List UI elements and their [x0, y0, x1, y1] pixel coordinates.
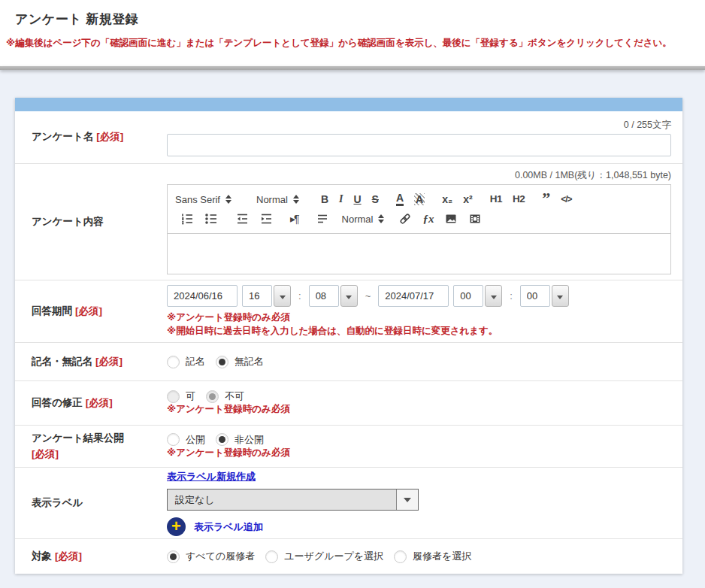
code-block-button[interactable]: </> — [561, 195, 571, 204]
content-size-counter: 0.00MB / 1MB(残り：1,048,551 byte) — [167, 169, 671, 182]
required-badge: [必須] — [55, 550, 82, 562]
h1-button[interactable]: H1 — [490, 194, 502, 205]
radio-results-private[interactable]: 非公開 — [216, 433, 264, 447]
updown-arrows-icon — [225, 195, 231, 204]
required-badge: [必須] — [86, 397, 113, 408]
start-hour-input[interactable] — [242, 285, 272, 307]
radio-modification-allowed[interactable]: 可 — [167, 389, 195, 403]
row-response-period: 回答期間[必須] : ~ — [15, 280, 682, 342]
font-select[interactable]: Sans Serif — [175, 194, 235, 205]
chevron-down-icon — [557, 296, 563, 299]
end-minute-combo — [520, 285, 569, 307]
underline-button[interactable]: U — [353, 194, 361, 205]
range-tilde: ~ — [365, 290, 371, 302]
radio-circle — [167, 550, 180, 563]
updown-arrows-icon — [378, 214, 384, 223]
radio-select-user-group[interactable]: ユーザグループを選択 — [265, 550, 383, 563]
radio-circle — [265, 550, 278, 563]
edit-notice: ※編集後はページ下の「確認画面に進む」または「テンプレートとして登録」から確認画… — [6, 37, 705, 50]
row-survey-name: アンケート名[必須] 0 / 255文字 — [15, 111, 682, 163]
radio-circle — [394, 550, 407, 563]
publication-required-note: ※アンケート登録時のみ必須 — [167, 447, 671, 460]
header-divider — [0, 66, 705, 70]
text-direction-icon[interactable]: ▸¶ — [290, 214, 298, 224]
page-title: アンケート 新規登録 — [0, 0, 705, 28]
period-required-note: ※アンケート登録時のみ必須 — [167, 311, 671, 325]
required-badge: [必須] — [75, 305, 102, 317]
header-select[interactable]: Normal — [256, 194, 299, 205]
display-label-select[interactable]: 設定なし — [167, 489, 419, 511]
text-color-button[interactable]: A — [396, 192, 404, 206]
modification-required-note: ※アンケート登録時のみ必須 — [167, 403, 671, 417]
start-minute-dropdown-button[interactable] — [340, 285, 358, 307]
strikethrough-button[interactable]: S — [372, 194, 379, 205]
response-period-label: 回答期間[必須] — [15, 304, 167, 320]
editor-content-area[interactable] — [167, 234, 671, 274]
align-icon[interactable] — [316, 212, 329, 226]
survey-form-panel: アンケート名[必須] 0 / 255文字 アンケート内容 0.00MB / 1M… — [15, 98, 682, 574]
name-char-counter: 0 / 255文字 — [167, 119, 671, 132]
chevron-down-icon — [396, 489, 418, 510]
target-label: 対象[必須] — [15, 549, 167, 565]
plus-icon: + — [167, 517, 186, 536]
outdent-icon[interactable] — [235, 212, 249, 226]
radio-results-public[interactable]: 公開 — [167, 433, 205, 447]
editor-toolbar: Sans Serif Normal B I U S A A x₂ — [167, 184, 671, 234]
radio-modification-not-allowed[interactable]: 不可 — [206, 389, 244, 403]
add-display-label-button[interactable]: + 表示ラベル追加 — [167, 517, 671, 536]
radio-all-students[interactable]: すべての履修者 — [167, 550, 255, 563]
row-answer-modification: 回答の修正[必須] 可 不可 ※アンケート登録時のみ必須 — [15, 380, 682, 425]
image-icon[interactable] — [444, 212, 458, 226]
start-hour-dropdown-button[interactable] — [274, 285, 291, 307]
display-label-label: 表示ラベル — [15, 496, 167, 511]
end-minute-dropdown-button[interactable] — [552, 285, 569, 307]
required-badge: [必須] — [95, 356, 123, 367]
formula-icon[interactable]: ƒx — [422, 214, 434, 225]
end-hour-dropdown-button[interactable] — [485, 285, 502, 307]
end-date-input[interactable] — [378, 285, 449, 307]
video-icon[interactable] — [468, 212, 482, 226]
time-colon: : — [510, 290, 513, 302]
blockquote-button[interactable]: ” — [542, 195, 550, 203]
row-results-publication: アンケート結果公開[必須] 公開 非公開 ※アンケート登録時のみ必須 — [15, 425, 682, 467]
start-hour-combo — [242, 285, 291, 307]
indent-icon[interactable] — [259, 212, 273, 226]
bold-button[interactable]: B — [321, 194, 328, 205]
answer-modification-label: 回答の修正[必須] — [15, 396, 167, 411]
row-survey-content: アンケート内容 0.00MB / 1MB(残り：1,048,551 byte) … — [15, 163, 682, 280]
row-display-label: 表示ラベル 表示ラベル新規作成 設定なし + 表示ラベル追加 — [15, 467, 682, 538]
create-display-label-link[interactable]: 表示ラベル新規作成 — [167, 470, 256, 483]
radio-circle — [167, 356, 180, 368]
row-anonymity: 記名・無記名[必須] 記名 無記名 — [15, 342, 682, 380]
radio-circle — [167, 433, 180, 446]
anonymity-label: 記名・無記名[必須] — [15, 354, 167, 370]
survey-name-input[interactable] — [167, 134, 671, 156]
radio-circle — [206, 390, 219, 403]
results-publication-label: アンケート結果公開[必須] — [15, 431, 167, 462]
radio-select-students[interactable]: 履修者を選択 — [394, 550, 471, 563]
chevron-down-icon — [280, 296, 286, 299]
bullet-list-icon[interactable] — [204, 212, 218, 226]
highlight-color-button[interactable]: A — [414, 193, 425, 205]
page-header: アンケート 新規登録 ※編集後はページ下の「確認画面に進む」または「テンプレート… — [0, 0, 705, 66]
start-date-input[interactable] — [167, 285, 238, 307]
link-icon[interactable] — [398, 212, 412, 226]
h2-button[interactable]: H2 — [513, 194, 525, 205]
subscript-button[interactable]: x₂ — [442, 194, 452, 205]
italic-button[interactable]: I — [339, 194, 343, 205]
end-hour-input[interactable] — [453, 285, 483, 307]
survey-content-label: アンケート内容 — [15, 214, 167, 230]
radio-anonymous[interactable]: 無記名 — [216, 355, 264, 368]
end-minute-input[interactable] — [520, 285, 550, 307]
superscript-button[interactable]: x² — [463, 194, 472, 205]
time-colon: : — [298, 290, 301, 302]
radio-signed[interactable]: 記名 — [167, 355, 205, 368]
required-badge: [必須] — [32, 447, 167, 462]
chevron-down-icon — [346, 296, 352, 299]
ordered-list-icon[interactable] — [180, 212, 194, 226]
updown-arrows-icon — [293, 195, 299, 204]
survey-name-label: アンケート名[必須] — [15, 129, 167, 145]
line-height-select[interactable]: Normal — [342, 214, 385, 225]
start-minute-input[interactable] — [309, 285, 339, 307]
start-minute-combo — [309, 285, 358, 307]
